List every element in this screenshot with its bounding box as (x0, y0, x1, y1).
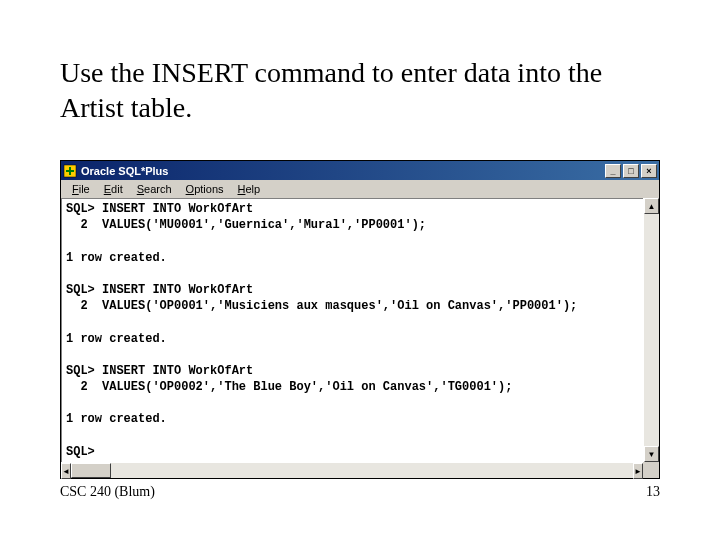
menu-search[interactable]: Search (130, 182, 179, 196)
footer-page-number: 13 (646, 484, 660, 500)
terminal-output[interactable]: SQL> INSERT INTO WorkOfArt 2 VALUES('MU0… (61, 198, 643, 462)
window-title: Oracle SQL*Plus (81, 165, 603, 177)
horizontal-scrollbar-row: ◄ ► (61, 462, 659, 478)
footer-course: CSC 240 (Blum) (60, 484, 155, 500)
maximize-button[interactable]: □ (623, 164, 639, 178)
scroll-track-vertical[interactable] (644, 214, 659, 446)
scroll-left-button[interactable]: ◄ (61, 463, 71, 479)
scroll-up-button[interactable]: ▲ (644, 198, 659, 214)
close-button[interactable]: × (641, 164, 657, 178)
menu-file[interactable]: File (65, 182, 97, 196)
menu-edit[interactable]: Edit (97, 182, 130, 196)
titlebar[interactable]: Oracle SQL*Plus _ □ × (61, 161, 659, 180)
slide-title: Use the INSERT command to enter data int… (60, 55, 660, 125)
vertical-scrollbar[interactable]: ▲ ▼ (643, 198, 659, 462)
menu-options[interactable]: Options (179, 182, 231, 196)
horizontal-scrollbar[interactable]: ◄ ► (61, 462, 643, 478)
scroll-down-button[interactable]: ▼ (644, 446, 659, 462)
menubar: File Edit Search Options Help (61, 180, 659, 198)
app-icon (63, 164, 77, 178)
scroll-track-horizontal[interactable] (111, 463, 633, 478)
svg-rect-2 (69, 167, 71, 175)
scrollbar-corner (643, 462, 659, 478)
scroll-right-button[interactable]: ► (633, 463, 643, 479)
minimize-button[interactable]: _ (605, 164, 621, 178)
sqlplus-window: Oracle SQL*Plus _ □ × File Edit Search O… (60, 160, 660, 479)
menu-help[interactable]: Help (231, 182, 268, 196)
content-area: SQL> INSERT INTO WorkOfArt 2 VALUES('MU0… (61, 198, 659, 462)
scroll-thumb-horizontal[interactable] (71, 463, 111, 478)
